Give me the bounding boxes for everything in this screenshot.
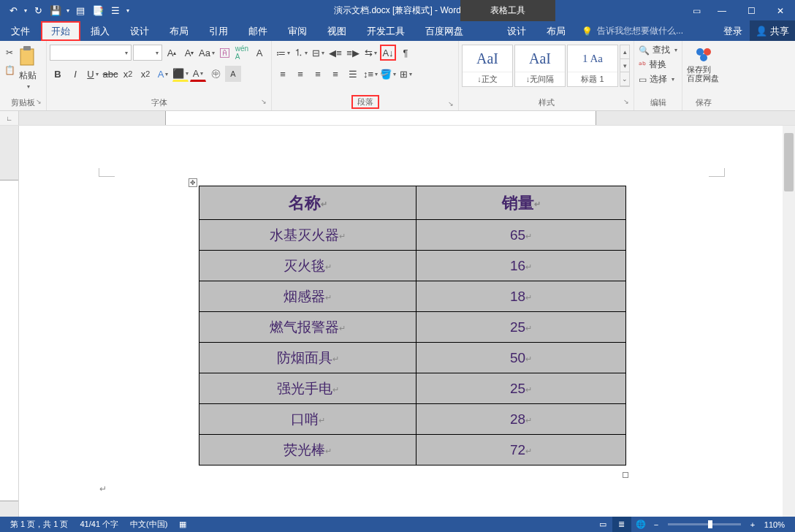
qat-dropdown[interactable]: ▾ (22, 3, 29, 19)
tab-home[interactable]: 开始 (41, 21, 80, 41)
table-cell[interactable]: 烟感器↵ (199, 281, 416, 312)
table-header-cell[interactable]: 销量↵ (416, 186, 626, 220)
enclose-char-button[interactable]: ㊥ (208, 66, 224, 82)
find-button[interactable]: 🔍查找▾ (637, 43, 679, 57)
minimize-button[interactable]: ― (707, 0, 737, 21)
style-scroll-up[interactable]: ▴ (620, 45, 629, 59)
undo-button[interactable]: ↶ (4, 3, 22, 19)
launcher-icon[interactable]: ↘ (36, 98, 42, 105)
table-cell[interactable]: 防烟面具↵ (199, 343, 416, 373)
table-cell[interactable]: 50↵ (416, 343, 626, 373)
launcher-icon[interactable]: ↘ (261, 98, 267, 105)
qat-item-6[interactable]: ☰ (107, 3, 124, 19)
change-case-button[interactable]: Aa▾ (199, 45, 215, 61)
zoom-level[interactable]: 110% (758, 520, 791, 529)
qat-item-5[interactable]: 📑 (89, 3, 107, 19)
tab-layout[interactable]: 布局 (159, 21, 199, 41)
font-name-combo[interactable]: ▾ (50, 45, 132, 61)
launcher-icon[interactable]: ↘ (623, 98, 629, 105)
align-left-button[interactable]: ≡ (275, 66, 291, 82)
zoom-in-button[interactable]: + (747, 520, 758, 529)
tab-table-layout[interactable]: 布局 (536, 21, 576, 41)
table-cell[interactable]: 强光手电↵ (199, 373, 416, 404)
show-marks-button[interactable]: ¶ (398, 45, 414, 61)
borders-button[interactable]: ⊞▾ (398, 66, 414, 82)
qat-dropdown-2[interactable]: ▾ (64, 3, 72, 19)
close-button[interactable]: ✕ (766, 0, 795, 21)
font-size-combo[interactable]: ▾ (133, 45, 162, 61)
copy-button[interactable]: 📋 (3, 62, 16, 78)
style-heading1[interactable]: 1 Aa 标题 1 (567, 45, 618, 87)
text-effects-button[interactable]: A▾ (155, 66, 171, 82)
zoom-slider[interactable] (668, 523, 741, 525)
table-row[interactable]: 燃气报警器↵25↵ (199, 312, 626, 343)
table-cell[interactable]: 65↵ (416, 220, 626, 251)
qat-dropdown-3[interactable]: ▾ (124, 3, 132, 19)
table-row[interactable]: 荧光棒↵72↵ (199, 435, 626, 466)
table-resize-handle[interactable] (623, 472, 628, 478)
table-cell[interactable]: 水基灭火器↵ (199, 220, 416, 251)
table-header-row[interactable]: 名称↵ 销量↵ (199, 186, 626, 220)
tab-file[interactable]: 文件 (0, 21, 41, 41)
superscript-button[interactable]: x2 (137, 66, 153, 82)
table-row[interactable]: 口哨↵28↵ (199, 404, 626, 435)
phonetic-guide-button[interactable]: wénA (234, 45, 250, 61)
tab-insert[interactable]: 插入 (80, 21, 120, 41)
scrollbar-thumb[interactable] (784, 133, 794, 191)
table-row[interactable]: 强光手电↵25↵ (199, 373, 626, 404)
char-border-button[interactable]: A (251, 45, 267, 61)
line-spacing-button[interactable]: ↕≡▾ (362, 66, 379, 82)
table-cell[interactable]: 18↵ (416, 281, 626, 312)
macro-indicator[interactable]: ▦ (173, 520, 192, 529)
table-cell[interactable]: 28↵ (416, 404, 626, 435)
redo-button[interactable]: ↻ (29, 3, 47, 19)
cut-button[interactable]: ✂ (3, 45, 16, 61)
tab-view[interactable]: 视图 (317, 21, 357, 41)
increase-indent-button[interactable]: ≡▶ (345, 45, 361, 61)
word-count[interactable]: 41/41 个字 (74, 519, 124, 530)
launcher-icon[interactable]: ↘ (448, 100, 454, 107)
table-cell[interactable]: 72↵ (416, 435, 626, 466)
table-row[interactable]: 水基灭火器↵65↵ (199, 220, 626, 251)
zoom-out-button[interactable]: − (650, 520, 662, 529)
qat-item-4[interactable]: ▤ (72, 3, 89, 19)
clear-formatting-button[interactable]: 🄰 (216, 45, 232, 61)
decrease-indent-button[interactable]: ◀≡ (327, 45, 343, 61)
zoom-slider-knob[interactable] (708, 520, 712, 528)
data-table[interactable]: 名称↵ 销量↵ 水基灭火器↵65↵ 灭火毯↵16↵ 烟感器↵18↵ 燃气报警器↵… (199, 186, 626, 466)
table-cell[interactable]: 25↵ (416, 373, 626, 404)
bullets-button[interactable]: ≔▾ (275, 45, 291, 61)
tell-me-search[interactable]: 💡 告诉我您想要做什么... (576, 21, 689, 41)
tab-design[interactable]: 设计 (120, 21, 159, 41)
grow-font-button[interactable]: A▴ (164, 45, 180, 61)
table-cell[interactable]: 口哨↵ (199, 404, 416, 435)
tab-baidu[interactable]: 百度网盘 (415, 21, 473, 41)
paste-button[interactable]: 粘贴 ▾ (16, 43, 39, 91)
style-no-spacing[interactable]: AaI ↓无间隔 (514, 45, 566, 87)
subscript-button[interactable]: x2 (120, 66, 136, 82)
table-cell[interactable]: 25↵ (416, 312, 626, 343)
distribute-button[interactable]: ☰ (345, 66, 361, 82)
highlight-button[interactable]: ⬛▾ (172, 66, 189, 82)
select-button[interactable]: ▭选择▾ (637, 72, 679, 86)
numbering-button[interactable]: ⒈▾ (292, 45, 308, 61)
bold-button[interactable]: B (50, 66, 66, 82)
underline-button[interactable]: U▾ (85, 66, 101, 82)
style-normal[interactable]: AaI ↓正文 (462, 45, 513, 87)
horizontal-ruler[interactable]: ∟ (0, 111, 795, 126)
vertical-scrollbar[interactable] (783, 126, 795, 517)
vertical-ruler[interactable] (0, 126, 19, 517)
char-shading-button[interactable]: A (225, 66, 241, 82)
print-layout-button[interactable]: ≣ (612, 517, 631, 532)
tab-developer[interactable]: 开发工具 (357, 21, 415, 41)
table-move-handle[interactable]: ✥ (189, 178, 197, 187)
table-row[interactable]: 防烟面具↵50↵ (199, 343, 626, 373)
tab-mailings[interactable]: 邮件 (238, 21, 278, 41)
strike-button[interactable]: abc (102, 66, 118, 82)
table-cell[interactable]: 16↵ (416, 251, 626, 281)
share-button[interactable]: 👤 共享 (750, 20, 795, 42)
shading-button[interactable]: 🪣▾ (380, 66, 396, 82)
page-viewport[interactable]: ✥ 名称↵ 销量↵ 水基灭火器↵65↵ 灭火毯↵16↵ 烟感器↵18↵ 燃气报警… (19, 126, 795, 517)
style-scroll-more[interactable]: ⌄ (620, 72, 629, 86)
italic-button[interactable]: I (67, 66, 83, 82)
